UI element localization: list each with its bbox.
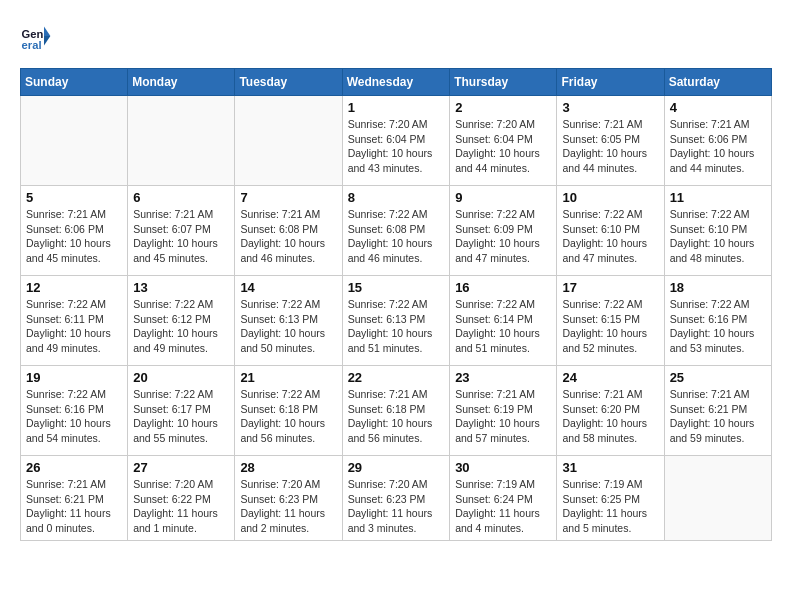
calendar-day-cell: 26Sunrise: 7:21 AM Sunset: 6:21 PM Dayli… xyxy=(21,456,128,541)
calendar-day-cell xyxy=(21,96,128,186)
calendar-day-cell: 9Sunrise: 7:22 AM Sunset: 6:09 PM Daylig… xyxy=(450,186,557,276)
calendar-day-cell: 12Sunrise: 7:22 AM Sunset: 6:11 PM Dayli… xyxy=(21,276,128,366)
logo-icon: Gen eral xyxy=(20,20,52,52)
calendar-day-cell: 7Sunrise: 7:21 AM Sunset: 6:08 PM Daylig… xyxy=(235,186,342,276)
calendar-day-cell: 11Sunrise: 7:22 AM Sunset: 6:10 PM Dayli… xyxy=(664,186,771,276)
day-number: 14 xyxy=(240,280,336,295)
weekday-header: Friday xyxy=(557,69,664,96)
day-number: 31 xyxy=(562,460,658,475)
calendar-day-cell xyxy=(664,456,771,541)
calendar-day-cell: 20Sunrise: 7:22 AM Sunset: 6:17 PM Dayli… xyxy=(128,366,235,456)
calendar-day-cell: 17Sunrise: 7:22 AM Sunset: 6:15 PM Dayli… xyxy=(557,276,664,366)
day-info: Sunrise: 7:22 AM Sunset: 6:16 PM Dayligh… xyxy=(26,387,122,446)
calendar-day-cell: 21Sunrise: 7:22 AM Sunset: 6:18 PM Dayli… xyxy=(235,366,342,456)
calendar-day-cell: 23Sunrise: 7:21 AM Sunset: 6:19 PM Dayli… xyxy=(450,366,557,456)
day-number: 15 xyxy=(348,280,445,295)
weekday-header: Saturday xyxy=(664,69,771,96)
day-number: 22 xyxy=(348,370,445,385)
day-info: Sunrise: 7:22 AM Sunset: 6:14 PM Dayligh… xyxy=(455,297,551,356)
day-info: Sunrise: 7:20 AM Sunset: 6:23 PM Dayligh… xyxy=(240,477,336,536)
calendar-week-row: 5Sunrise: 7:21 AM Sunset: 6:06 PM Daylig… xyxy=(21,186,772,276)
day-info: Sunrise: 7:21 AM Sunset: 6:06 PM Dayligh… xyxy=(670,117,766,176)
calendar-day-cell: 2Sunrise: 7:20 AM Sunset: 6:04 PM Daylig… xyxy=(450,96,557,186)
day-number: 8 xyxy=(348,190,445,205)
calendar-day-cell: 10Sunrise: 7:22 AM Sunset: 6:10 PM Dayli… xyxy=(557,186,664,276)
calendar-week-row: 12Sunrise: 7:22 AM Sunset: 6:11 PM Dayli… xyxy=(21,276,772,366)
day-number: 17 xyxy=(562,280,658,295)
day-info: Sunrise: 7:22 AM Sunset: 6:15 PM Dayligh… xyxy=(562,297,658,356)
calendar-table: SundayMondayTuesdayWednesdayThursdayFrid… xyxy=(20,68,772,541)
day-number: 27 xyxy=(133,460,229,475)
calendar-week-row: 19Sunrise: 7:22 AM Sunset: 6:16 PM Dayli… xyxy=(21,366,772,456)
day-number: 4 xyxy=(670,100,766,115)
calendar-day-cell: 4Sunrise: 7:21 AM Sunset: 6:06 PM Daylig… xyxy=(664,96,771,186)
day-info: Sunrise: 7:21 AM Sunset: 6:07 PM Dayligh… xyxy=(133,207,229,266)
day-info: Sunrise: 7:21 AM Sunset: 6:05 PM Dayligh… xyxy=(562,117,658,176)
calendar-day-cell: 24Sunrise: 7:21 AM Sunset: 6:20 PM Dayli… xyxy=(557,366,664,456)
calendar-day-cell: 6Sunrise: 7:21 AM Sunset: 6:07 PM Daylig… xyxy=(128,186,235,276)
day-info: Sunrise: 7:22 AM Sunset: 6:16 PM Dayligh… xyxy=(670,297,766,356)
day-info: Sunrise: 7:21 AM Sunset: 6:20 PM Dayligh… xyxy=(562,387,658,446)
day-info: Sunrise: 7:20 AM Sunset: 6:04 PM Dayligh… xyxy=(348,117,445,176)
day-info: Sunrise: 7:22 AM Sunset: 6:17 PM Dayligh… xyxy=(133,387,229,446)
calendar-day-cell: 5Sunrise: 7:21 AM Sunset: 6:06 PM Daylig… xyxy=(21,186,128,276)
calendar-day-cell: 29Sunrise: 7:20 AM Sunset: 6:23 PM Dayli… xyxy=(342,456,450,541)
day-info: Sunrise: 7:22 AM Sunset: 6:08 PM Dayligh… xyxy=(348,207,445,266)
day-info: Sunrise: 7:19 AM Sunset: 6:24 PM Dayligh… xyxy=(455,477,551,536)
day-number: 25 xyxy=(670,370,766,385)
day-info: Sunrise: 7:21 AM Sunset: 6:21 PM Dayligh… xyxy=(26,477,122,536)
calendar-week-row: 1Sunrise: 7:20 AM Sunset: 6:04 PM Daylig… xyxy=(21,96,772,186)
calendar-day-cell: 16Sunrise: 7:22 AM Sunset: 6:14 PM Dayli… xyxy=(450,276,557,366)
calendar-day-cell: 27Sunrise: 7:20 AM Sunset: 6:22 PM Dayli… xyxy=(128,456,235,541)
calendar-day-cell: 25Sunrise: 7:21 AM Sunset: 6:21 PM Dayli… xyxy=(664,366,771,456)
calendar-day-cell: 30Sunrise: 7:19 AM Sunset: 6:24 PM Dayli… xyxy=(450,456,557,541)
day-number: 24 xyxy=(562,370,658,385)
weekday-header: Monday xyxy=(128,69,235,96)
day-number: 11 xyxy=(670,190,766,205)
day-number: 9 xyxy=(455,190,551,205)
day-info: Sunrise: 7:22 AM Sunset: 6:11 PM Dayligh… xyxy=(26,297,122,356)
day-number: 29 xyxy=(348,460,445,475)
day-number: 26 xyxy=(26,460,122,475)
day-number: 18 xyxy=(670,280,766,295)
day-number: 1 xyxy=(348,100,445,115)
calendar-day-cell: 14Sunrise: 7:22 AM Sunset: 6:13 PM Dayli… xyxy=(235,276,342,366)
calendar-day-cell: 3Sunrise: 7:21 AM Sunset: 6:05 PM Daylig… xyxy=(557,96,664,186)
svg-marker-2 xyxy=(44,26,50,36)
day-number: 3 xyxy=(562,100,658,115)
day-number: 19 xyxy=(26,370,122,385)
svg-marker-3 xyxy=(44,36,50,46)
calendar-day-cell: 8Sunrise: 7:22 AM Sunset: 6:08 PM Daylig… xyxy=(342,186,450,276)
day-info: Sunrise: 7:22 AM Sunset: 6:12 PM Dayligh… xyxy=(133,297,229,356)
day-number: 10 xyxy=(562,190,658,205)
calendar-week-row: 26Sunrise: 7:21 AM Sunset: 6:21 PM Dayli… xyxy=(21,456,772,541)
calendar-header-row: SundayMondayTuesdayWednesdayThursdayFrid… xyxy=(21,69,772,96)
day-number: 30 xyxy=(455,460,551,475)
day-info: Sunrise: 7:22 AM Sunset: 6:09 PM Dayligh… xyxy=(455,207,551,266)
day-info: Sunrise: 7:22 AM Sunset: 6:13 PM Dayligh… xyxy=(240,297,336,356)
weekday-header: Thursday xyxy=(450,69,557,96)
calendar-day-cell: 22Sunrise: 7:21 AM Sunset: 6:18 PM Dayli… xyxy=(342,366,450,456)
day-info: Sunrise: 7:21 AM Sunset: 6:08 PM Dayligh… xyxy=(240,207,336,266)
day-number: 21 xyxy=(240,370,336,385)
calendar-day-cell: 31Sunrise: 7:19 AM Sunset: 6:25 PM Dayli… xyxy=(557,456,664,541)
weekday-header: Wednesday xyxy=(342,69,450,96)
day-info: Sunrise: 7:20 AM Sunset: 6:04 PM Dayligh… xyxy=(455,117,551,176)
calendar-day-cell xyxy=(128,96,235,186)
calendar-day-cell: 15Sunrise: 7:22 AM Sunset: 6:13 PM Dayli… xyxy=(342,276,450,366)
day-info: Sunrise: 7:22 AM Sunset: 6:10 PM Dayligh… xyxy=(670,207,766,266)
day-number: 2 xyxy=(455,100,551,115)
day-info: Sunrise: 7:22 AM Sunset: 6:18 PM Dayligh… xyxy=(240,387,336,446)
weekday-header: Tuesday xyxy=(235,69,342,96)
day-number: 12 xyxy=(26,280,122,295)
calendar-day-cell xyxy=(235,96,342,186)
calendar-day-cell: 13Sunrise: 7:22 AM Sunset: 6:12 PM Dayli… xyxy=(128,276,235,366)
day-number: 23 xyxy=(455,370,551,385)
day-info: Sunrise: 7:19 AM Sunset: 6:25 PM Dayligh… xyxy=(562,477,658,536)
day-info: Sunrise: 7:20 AM Sunset: 6:23 PM Dayligh… xyxy=(348,477,445,536)
calendar-day-cell: 19Sunrise: 7:22 AM Sunset: 6:16 PM Dayli… xyxy=(21,366,128,456)
day-number: 6 xyxy=(133,190,229,205)
day-info: Sunrise: 7:21 AM Sunset: 6:18 PM Dayligh… xyxy=(348,387,445,446)
day-number: 7 xyxy=(240,190,336,205)
calendar-day-cell: 18Sunrise: 7:22 AM Sunset: 6:16 PM Dayli… xyxy=(664,276,771,366)
